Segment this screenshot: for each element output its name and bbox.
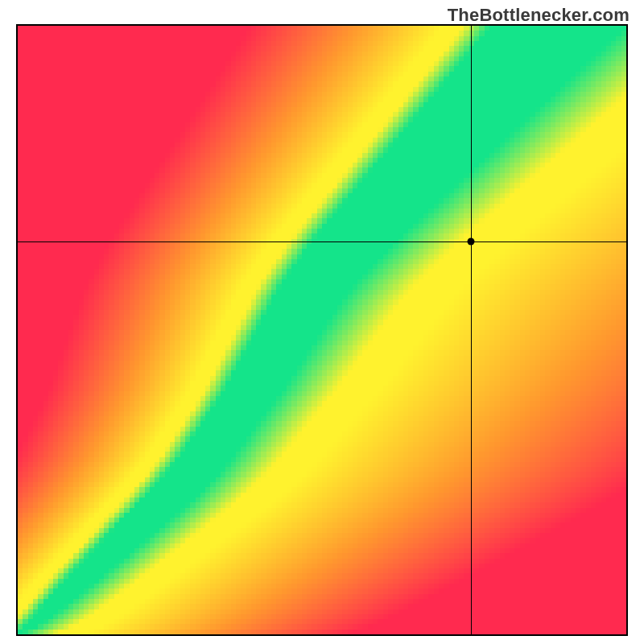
marker-dot xyxy=(468,238,475,246)
crosshair-vertical xyxy=(471,26,472,634)
chart-container: TheBottlenecker.com xyxy=(0,0,644,644)
crosshair-horizontal xyxy=(18,242,626,242)
watermark-text: TheBottlenecker.com xyxy=(448,5,630,26)
heatmap-canvas xyxy=(18,26,626,634)
